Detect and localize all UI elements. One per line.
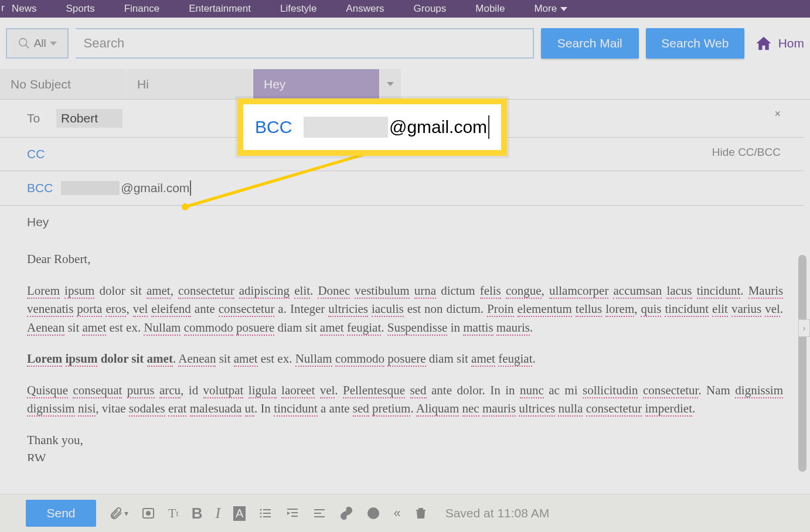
tab-no-subject[interactable]: No Subject [0, 69, 127, 99]
callout-arrow [182, 149, 381, 220]
bcc-label: BCC [27, 181, 53, 195]
emoji-icon[interactable] [366, 506, 380, 520]
bcc-row[interactable]: BCC @gmail.com [0, 171, 804, 206]
trash-icon[interactable] [414, 506, 428, 520]
nav-lifestyle[interactable]: Lifestyle [280, 3, 316, 15]
bottom-toolbar: Send ▾ Tt B I A « Saved at 11:08 AM [0, 494, 810, 532]
saved-status: Saved at 11:08 AM [445, 506, 549, 520]
text-size-icon[interactable]: Tt [168, 506, 179, 521]
callout-redacted [304, 117, 388, 138]
callout-label: BCC [255, 117, 292, 137]
bold-icon[interactable]: B [192, 504, 203, 523]
search-web-button[interactable]: Search Web [646, 28, 744, 59]
body-thanks: Thank you,RW [27, 431, 783, 462]
nav-sports[interactable]: Sports [66, 3, 95, 15]
nav-entertainment[interactable]: Entertainment [189, 3, 251, 15]
nav-answers[interactable]: Answers [346, 3, 384, 15]
search-mail-button[interactable]: Search Mail [541, 28, 639, 59]
svg-line-18 [185, 153, 369, 207]
side-expand-handle[interactable]: › [798, 319, 810, 337]
home-icon [755, 35, 772, 52]
send-button[interactable]: Send [26, 500, 96, 527]
tab-hi[interactable]: Hi [127, 69, 253, 99]
nav-mobile[interactable]: Mobile [475, 3, 505, 15]
close-icon[interactable]: × [774, 108, 781, 120]
attach-icon[interactable]: ▾ [109, 506, 128, 520]
svg-point-3 [260, 509, 262, 511]
search-scope-dropdown[interactable]: All [6, 28, 69, 59]
search-scope-label: All [34, 37, 46, 50]
home-label: Hom [778, 36, 804, 50]
text-cursor [488, 115, 489, 139]
callout-suffix: @gmail.com [389, 117, 487, 137]
chevron-down-icon [387, 82, 394, 86]
bcc-callout: BCC @gmail.com [237, 98, 507, 156]
nav-finance[interactable]: Finance [124, 3, 159, 15]
align-icon[interactable] [312, 506, 326, 520]
to-label: To [27, 111, 50, 125]
nav-news[interactable]: News [12, 3, 37, 15]
tabs-dropdown[interactable] [380, 69, 401, 99]
tab-hey[interactable]: Hey [253, 69, 380, 99]
svg-point-15 [368, 508, 379, 519]
nav-fragment: r [1, 2, 5, 14]
link-icon[interactable] [339, 506, 353, 520]
svg-point-5 [260, 513, 262, 514]
top-nav: r News Sports Finance Entertainment Life… [0, 0, 810, 18]
compose-tabs: No Subject Hi Hey [0, 69, 810, 100]
indent-icon[interactable] [285, 506, 300, 520]
collapse-icon[interactable]: « [393, 506, 400, 521]
svg-point-7 [260, 516, 262, 518]
subject-row [0, 206, 804, 238]
nav-groups[interactable]: Groups [414, 3, 447, 15]
chevron-down-icon [50, 42, 57, 46]
bullet-list-icon[interactable] [258, 506, 273, 520]
chevron-down-icon [560, 7, 567, 11]
bcc-value-suffix: @gmail.com [121, 181, 189, 195]
bcc-redacted [61, 181, 120, 195]
hide-cc-bcc-link[interactable]: Hide CC/BCC [712, 146, 781, 159]
svg-rect-9 [287, 509, 298, 510]
svg-point-19 [182, 203, 189, 210]
svg-rect-4 [263, 509, 271, 510]
nav-more[interactable]: More [534, 3, 567, 15]
svg-rect-14 [314, 516, 325, 517]
body-p2: Lorem ipsum dolor sit amet. Aenean sit a… [27, 350, 783, 369]
svg-point-0 [19, 39, 26, 46]
gif-icon[interactable] [141, 506, 155, 520]
svg-rect-13 [314, 513, 321, 514]
svg-rect-6 [263, 513, 271, 514]
svg-rect-11 [291, 516, 298, 517]
recipient-pill[interactable]: Robert [56, 109, 122, 128]
search-icon [18, 37, 30, 50]
font-color-icon[interactable]: A [233, 506, 246, 521]
search-bar: All Search Mail Search Web Hom [0, 18, 810, 69]
body-p1: Lorem ipsum dolor sit amet, consectetur … [27, 282, 783, 337]
scrollbar-thumb[interactable] [798, 255, 806, 472]
svg-rect-12 [314, 509, 325, 510]
svg-line-1 [25, 45, 29, 49]
message-body[interactable]: Dear Robert, Lorem ipsum dolor sit amet,… [0, 238, 810, 461]
italic-icon[interactable]: I [215, 504, 220, 522]
svg-point-17 [375, 511, 376, 513]
svg-rect-8 [263, 516, 271, 517]
svg-point-16 [371, 511, 372, 513]
greeting: Dear Robert, [27, 250, 783, 269]
search-input[interactable] [76, 28, 534, 59]
body-p3: Quisque consequat purus arcu, id volutpa… [27, 381, 783, 418]
subject-input[interactable] [27, 215, 777, 229]
cc-label: CC [27, 147, 50, 161]
home-link[interactable]: Hom [755, 35, 804, 52]
svg-rect-10 [291, 512, 298, 513]
